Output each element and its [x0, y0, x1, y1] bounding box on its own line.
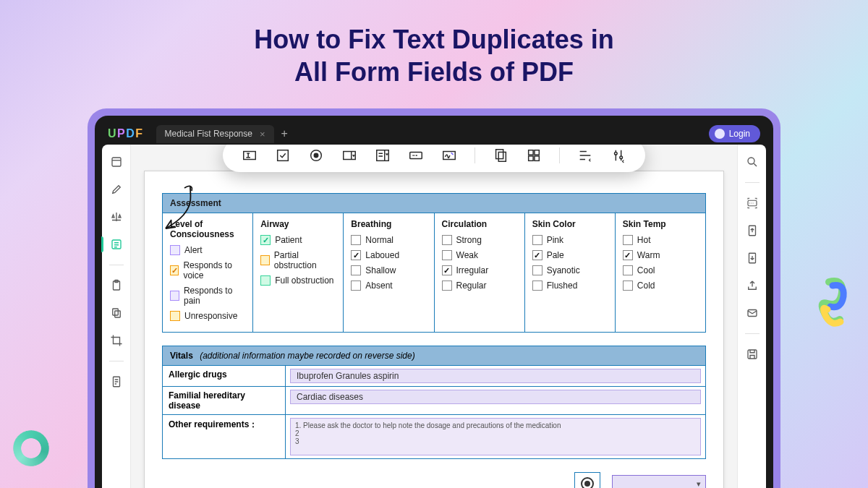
dropdown-icon[interactable] — [341, 147, 357, 163]
balance-icon[interactable] — [109, 210, 124, 224]
new-tab-button[interactable]: + — [281, 127, 288, 140]
checkbox-label: Weak — [456, 250, 478, 260]
checkbox-row: Patient — [260, 235, 336, 245]
search-icon[interactable] — [745, 155, 760, 169]
combo-preview[interactable] — [612, 475, 706, 488]
crop-icon[interactable] — [109, 333, 124, 348]
align-icon[interactable] — [577, 147, 593, 163]
checkbox-row: Full obstruction — [260, 275, 336, 286]
checkbox-icon[interactable] — [275, 147, 291, 163]
checkbox[interactable] — [532, 235, 542, 245]
svg-point-10 — [314, 153, 318, 158]
assessment-column: BreathingNormalLabouedShallowAbsent — [344, 213, 434, 332]
hero-title: How to Fix Text Duplicates in All Form F… — [0, 0, 868, 88]
button-field-icon[interactable] — [408, 147, 424, 163]
download-icon[interactable] — [745, 251, 760, 265]
checkbox-label: Strong — [456, 235, 482, 245]
checkbox[interactable] — [170, 291, 179, 301]
document-tab[interactable]: Medical Fist Response × — [156, 125, 274, 143]
column-title: Airway — [260, 219, 336, 229]
checkbox[interactable] — [260, 255, 270, 265]
sidebar-divider — [109, 265, 124, 265]
svg-rect-16 — [498, 152, 506, 161]
login-label: Login — [729, 129, 750, 139]
svg-rect-8 — [278, 150, 289, 161]
svg-rect-17 — [529, 150, 533, 155]
familial-label: Familial hereditary disease — [163, 387, 286, 414]
mail-icon[interactable] — [745, 306, 760, 320]
checkbox-row: Regular — [442, 281, 517, 291]
toolbar-separator — [475, 147, 475, 163]
arrow-annotation — [163, 184, 203, 236]
checkbox[interactable] — [442, 235, 452, 245]
panel-icon[interactable] — [109, 155, 124, 169]
radio-preview[interactable] — [574, 472, 600, 488]
allergic-label: Allergic drugs — [163, 366, 286, 386]
checkbox-row: Responds to pain — [170, 286, 245, 306]
save-icon[interactable] — [745, 347, 760, 361]
checkbox-label: Syanotic — [547, 265, 580, 275]
checkbox-row: Partial obstruction — [260, 250, 336, 270]
checkbox[interactable] — [351, 265, 361, 275]
checkbox-row: Laboued — [351, 250, 426, 260]
checkbox-row: Warm — [623, 250, 698, 260]
grid-icon[interactable] — [526, 147, 542, 163]
allergic-input[interactable]: Ibuprofen Granules aspirin — [290, 369, 701, 383]
checkbox-row: Alert — [170, 245, 245, 255]
layers-icon[interactable] — [109, 306, 124, 320]
clipboard-icon[interactable] — [109, 278, 124, 293]
column-title: Breathing — [351, 219, 426, 229]
checkbox[interactable] — [532, 281, 542, 291]
checkbox[interactable] — [170, 265, 179, 275]
checkbox[interactable] — [442, 250, 452, 260]
checkbox[interactable] — [623, 281, 633, 291]
column-title: Skin Color — [532, 219, 608, 229]
checkbox[interactable] — [623, 250, 633, 260]
checkbox[interactable] — [170, 245, 180, 255]
tools-icon[interactable] — [610, 147, 626, 163]
checkbox-label: Responds to voice — [183, 260, 245, 281]
checkbox[interactable] — [260, 235, 271, 245]
checkbox[interactable] — [623, 235, 633, 245]
export-icon[interactable] — [745, 223, 760, 238]
assessment-column: AirwayPatientPartial obstructionFull obs… — [253, 213, 344, 332]
svg-rect-20 — [535, 156, 539, 160]
checkbox-row: Hot — [623, 235, 698, 245]
radio-icon[interactable] — [308, 147, 324, 163]
login-button[interactable]: Login — [709, 125, 760, 142]
checkbox-row: Shallow — [351, 265, 426, 275]
document-icon[interactable] — [109, 374, 124, 389]
checkbox[interactable] — [623, 265, 633, 275]
checkbox-row: Irregular — [442, 265, 517, 275]
checkbox-label: Warm — [637, 250, 660, 260]
checkbox-row: Responds to voice — [170, 260, 245, 281]
signature-icon[interactable] — [441, 147, 457, 163]
text-field-icon[interactable] — [242, 147, 258, 163]
share-icon[interactable] — [745, 278, 760, 293]
other-textarea[interactable]: 1. Please ask the doctor to help note th… — [290, 418, 701, 455]
checkbox[interactable] — [351, 281, 361, 291]
checkbox[interactable] — [532, 265, 542, 275]
checkbox[interactable] — [170, 311, 180, 321]
svg-rect-15 — [496, 150, 503, 159]
form-icon[interactable] — [109, 237, 124, 252]
annotate-icon[interactable] — [109, 182, 124, 197]
copy-icon[interactable] — [493, 147, 509, 163]
assessment-column: Skin TempHotWarmCoolCold — [616, 213, 705, 332]
checkbox[interactable] — [260, 275, 271, 286]
checkbox[interactable] — [442, 281, 452, 291]
checkbox-label: Cool — [637, 265, 655, 275]
checkbox[interactable] — [532, 250, 542, 260]
device-bezel: UPDF Medical Fist Response × + Login — [95, 116, 773, 488]
checkbox[interactable] — [351, 235, 361, 245]
listbox-icon[interactable] — [375, 147, 391, 163]
ocr-icon[interactable] — [745, 196, 760, 210]
familial-input[interactable]: Cardiac diseases — [290, 390, 701, 404]
hero-line-2: All Form Fields of PDF — [0, 56, 868, 88]
checkbox-label: Full obstruction — [275, 275, 333, 286]
other-label: Other requirements： — [163, 415, 286, 458]
checkbox-label: Regular — [456, 281, 487, 291]
checkbox[interactable] — [351, 250, 361, 260]
tab-close-icon[interactable]: × — [260, 129, 265, 140]
checkbox[interactable] — [442, 265, 452, 275]
